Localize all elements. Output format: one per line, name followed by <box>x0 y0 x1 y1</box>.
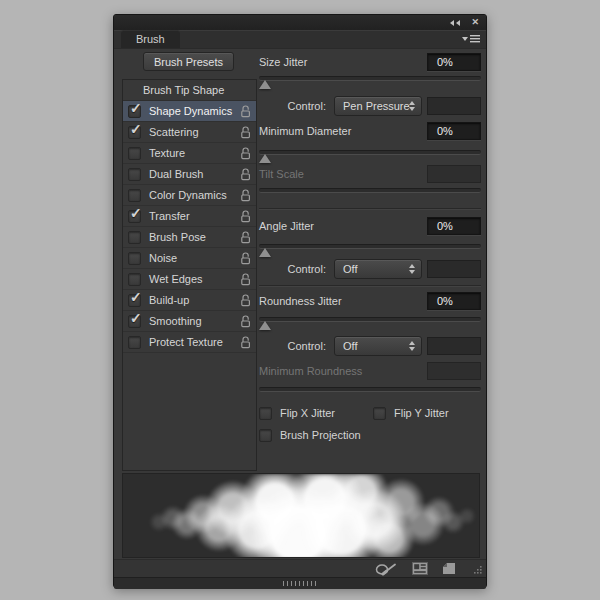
create-new-brush-icon[interactable] <box>442 562 456 575</box>
sidebar-item-checkbox[interactable]: ✓ <box>128 252 141 265</box>
sidebar-item-transfer[interactable]: ✓ Transfer <box>123 206 256 227</box>
tilt-scale-value-field <box>427 165 481 183</box>
sidebar-item-brush-tip-shape[interactable]: Brush Tip Shape <box>123 80 256 101</box>
checkmark-icon: ✓ <box>130 121 142 137</box>
resize-grip-icon[interactable] <box>472 564 483 575</box>
roundness-jitter-value-field[interactable]: 0% <box>427 292 481 310</box>
minimum-diameter-slider[interactable] <box>259 150 481 163</box>
angle-jitter-slider[interactable] <box>259 244 481 257</box>
sidebar-item-wet-edges[interactable]: ✓ Wet Edges <box>123 269 256 290</box>
unlock-icon[interactable] <box>240 315 251 328</box>
roundness-jitter-label: Roundness Jitter <box>259 295 342 307</box>
panel-resize-handle[interactable] <box>114 577 486 589</box>
sidebar-item-label: Smoothing <box>149 315 240 327</box>
unlock-icon[interactable] <box>240 273 251 286</box>
control-label: Control: <box>259 340 326 352</box>
sidebar-item-checkbox[interactable]: ✓ <box>128 315 141 328</box>
minimum-roundness-row: Minimum Roundness <box>259 362 481 379</box>
sidebar-item-checkbox[interactable]: ✓ <box>128 147 141 160</box>
unlock-icon[interactable] <box>240 126 251 139</box>
dropdown-value: Off <box>343 263 357 275</box>
sidebar-item-texture[interactable]: ✓ Texture <box>123 143 256 164</box>
roundness-jitter-slider[interactable] <box>259 317 481 330</box>
sidebar-item-checkbox[interactable]: ✓ <box>128 105 141 118</box>
slider-track[interactable] <box>259 317 481 322</box>
toggle-live-tip-brush-preview-icon[interactable] <box>374 561 398 576</box>
slider-thumb[interactable] <box>259 321 271 330</box>
unlock-icon[interactable] <box>240 336 251 349</box>
size-jitter-slider[interactable] <box>259 76 481 89</box>
sidebar-item-smoothing[interactable]: ✓ Smoothing <box>123 311 256 332</box>
flip-x-jitter-label: Flip X Jitter <box>280 407 335 419</box>
roundness-jitter-row: Roundness Jitter 0% <box>259 292 481 309</box>
roundness-control-row: Control: Off <box>259 336 481 356</box>
section-divider <box>259 208 481 210</box>
slider-thumb[interactable] <box>259 80 271 89</box>
size-jitter-row: Size Jitter 0% <box>259 53 481 70</box>
unlock-icon[interactable] <box>240 147 251 160</box>
spinner-icon <box>409 264 415 274</box>
sidebar-item-color-dynamics[interactable]: ✓ Color Dynamics <box>123 185 256 206</box>
angle-control-dropdown[interactable]: Off <box>334 259 422 279</box>
unlock-icon[interactable] <box>240 189 251 202</box>
sidebar-item-label: Noise <box>149 252 240 264</box>
sidebar-item-checkbox[interactable]: ✓ <box>128 294 141 307</box>
flip-y-jitter-option: Flip Y Jitter <box>373 405 449 421</box>
tab-brush[interactable]: Brush <box>121 30 180 48</box>
checkmark-icon: ✓ <box>130 289 142 305</box>
control-label: Control: <box>259 100 326 112</box>
unlock-icon[interactable] <box>240 210 251 223</box>
sidebar-item-label: Transfer <box>149 210 240 222</box>
sidebar-item-checkbox[interactable]: ✓ <box>128 189 141 202</box>
flip-y-jitter-checkbox[interactable] <box>373 407 386 420</box>
flip-x-jitter-checkbox[interactable] <box>259 407 272 420</box>
sidebar-item-noise[interactable]: ✓ Noise <box>123 248 256 269</box>
sidebar-item-protect-texture[interactable]: ✓ Protect Texture <box>123 332 256 353</box>
unlock-icon[interactable] <box>240 105 251 118</box>
slider-track[interactable] <box>259 244 481 249</box>
panel-footer <box>114 559 486 577</box>
sidebar-item-checkbox[interactable]: ✓ <box>128 168 141 181</box>
unlock-icon[interactable] <box>240 294 251 307</box>
unlock-icon[interactable] <box>240 252 251 265</box>
brush-stroke-preview <box>122 473 480 558</box>
minimum-diameter-row: Minimum Diameter 0% <box>259 122 481 139</box>
sidebar-item-dual-brush[interactable]: ✓ Dual Brush <box>123 164 256 185</box>
unlock-icon[interactable] <box>240 231 251 244</box>
angle-jitter-row: Angle Jitter 0% <box>259 217 481 234</box>
checkmark-icon: ✓ <box>130 310 142 326</box>
size-jitter-value-field[interactable]: 0% <box>427 53 481 71</box>
sidebar-item-label: Brush Pose <box>149 231 240 243</box>
sidebar-item-checkbox[interactable]: ✓ <box>128 231 141 244</box>
brush-presets-button[interactable]: Brush Presets <box>143 52 234 71</box>
brush-projection-label: Brush Projection <box>280 429 361 441</box>
sidebar-item-label: Shape Dynamics <box>149 105 240 117</box>
slider-thumb[interactable] <box>259 248 271 257</box>
slider-thumb[interactable] <box>259 154 271 163</box>
spinner-icon <box>409 101 415 111</box>
checkmark-icon: ✓ <box>130 100 142 116</box>
sidebar-item-checkbox[interactable]: ✓ <box>128 126 141 139</box>
size-control-dropdown[interactable]: Pen Pressure <box>334 96 422 116</box>
slider-track[interactable] <box>259 76 481 81</box>
roundness-control-dropdown[interactable]: Off <box>334 336 422 356</box>
size-jitter-label: Size Jitter <box>259 56 307 68</box>
flip-x-jitter-option: Flip X Jitter <box>259 405 335 421</box>
sidebar-item-build-up[interactable]: ✓ Build-up <box>123 290 256 311</box>
tilt-scale-row: Tilt Scale <box>259 165 481 182</box>
brush-projection-checkbox[interactable] <box>259 429 272 442</box>
sidebar-item-scattering[interactable]: ✓ Scattering <box>123 122 256 143</box>
sidebar-item-label: Texture <box>149 147 240 159</box>
angle-jitter-value-field[interactable]: 0% <box>427 217 481 235</box>
sidebar-item-brush-pose[interactable]: ✓ Brush Pose <box>123 227 256 248</box>
open-preset-manager-icon[interactable] <box>412 562 428 575</box>
sidebar-item-checkbox[interactable]: ✓ <box>128 273 141 286</box>
minimum-diameter-value-field[interactable]: 0% <box>427 122 481 140</box>
size-control-amount-field <box>427 97 481 115</box>
unlock-icon[interactable] <box>240 168 251 181</box>
sidebar-item-checkbox[interactable]: ✓ <box>128 336 141 349</box>
minimum-roundness-label: Minimum Roundness <box>259 365 362 377</box>
sidebar-item-checkbox[interactable]: ✓ <box>128 210 141 223</box>
sidebar-item-shape-dynamics[interactable]: ✓ Shape Dynamics <box>123 101 256 122</box>
slider-track[interactable] <box>259 150 481 155</box>
